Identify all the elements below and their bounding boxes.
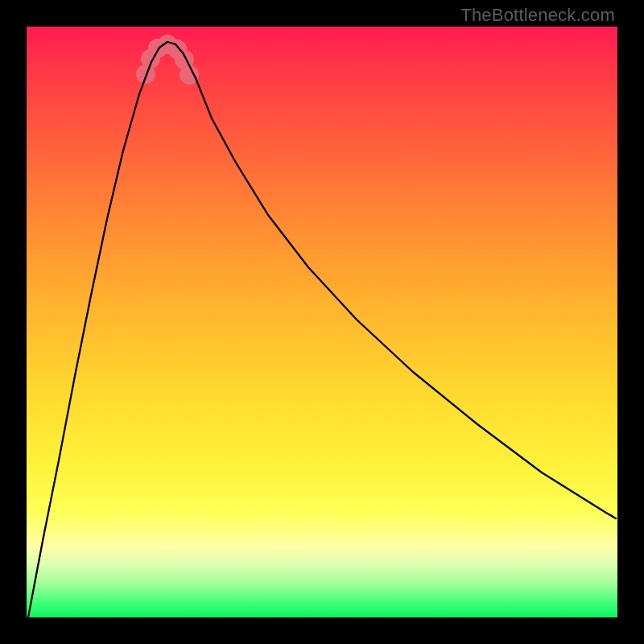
watermark-text: TheBottleneck.com <box>460 5 615 26</box>
bottleneck-curve <box>27 27 617 617</box>
chart-plot-area <box>27 27 617 617</box>
